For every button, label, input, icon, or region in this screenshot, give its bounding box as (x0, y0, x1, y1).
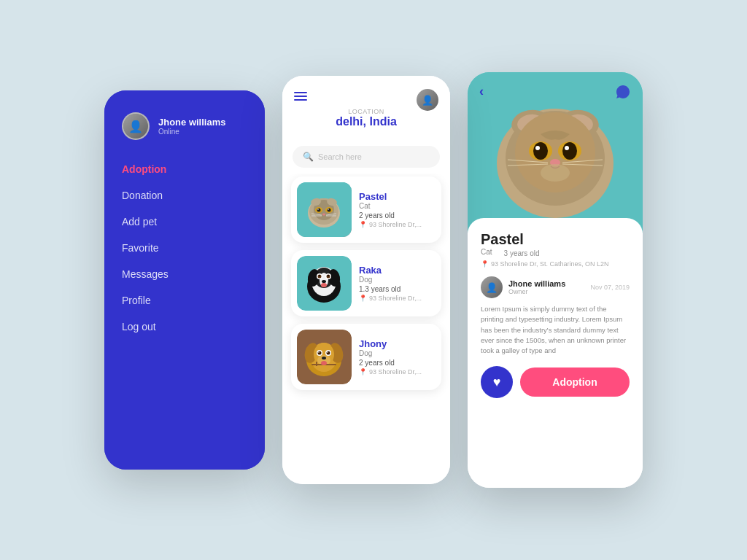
heart-icon: ♥ (493, 375, 501, 390)
sidebar-nav: Adoption Donation Add pet Favorite Messa… (122, 163, 247, 332)
detail-pet-type: Cat (481, 248, 492, 256)
favorite-button[interactable]: ♥ (481, 366, 513, 398)
pets-list: Pastel Cat 2 years old 📍 93 Shoreline Dr… (282, 174, 450, 484)
sidebar-item-adoption[interactable]: Adoption (122, 163, 247, 175)
location-label: Location (306, 108, 427, 115)
avatar-image: 👤 (123, 114, 148, 139)
svg-point-43 (318, 351, 320, 353)
sidebar-item-logout[interactable]: Log out (122, 321, 247, 332)
avatar: 👤 (122, 112, 150, 140)
screens-container: 👤 Jhone williams Online Adoption Donatio… (82, 43, 665, 517)
detail-pet-location: 📍 93 Shoreline Dr, St. Catharines, ON L2… (481, 260, 630, 268)
pet-age-pastel: 2 years old (359, 211, 422, 219)
sidebar-user-name: Jhone williams (158, 117, 225, 128)
pet-info-pastel: Pastel Cat 2 years old 📍 93 Shoreline Dr… (359, 191, 422, 228)
sidebar-user-section: 👤 Jhone williams Online (122, 112, 247, 140)
pet-card-pastel[interactable]: Pastel Cat 2 years old 📍 93 Shoreline Dr… (291, 176, 441, 243)
svg-point-61 (535, 146, 540, 150)
pet-name-jhony: Jhony (359, 338, 422, 349)
pet-image-jhony (297, 330, 352, 384)
menu-icon[interactable] (294, 92, 307, 101)
svg-point-31 (321, 283, 327, 287)
pin-icon: 📍 (481, 260, 489, 268)
adoption-button[interactable]: Adoption (520, 368, 630, 397)
svg-point-9 (328, 209, 331, 212)
list-screen: Location delhi, India 👤 🔍 Search here (282, 76, 450, 484)
search-bar[interactable]: 🔍 Search here (293, 146, 440, 168)
detail-pet-age: 3 years old (504, 249, 540, 257)
pet-name-raka: Raka (359, 265, 422, 276)
detail-actions: ♥ Adoption (481, 366, 630, 398)
svg-point-48 (321, 361, 327, 365)
svg-point-41 (318, 351, 322, 355)
sidebar-user-info: Jhone williams Online (158, 117, 225, 136)
pet-card-raka[interactable]: Raka Dog 1.3 years old 📍 93 Shoreline Dr… (291, 250, 441, 316)
svg-point-60 (562, 142, 577, 160)
svg-point-42 (327, 351, 330, 355)
svg-point-29 (328, 275, 329, 276)
detail-pet-header: Pastel Cat 3 years old (481, 231, 630, 259)
owner-date: Nov 07, 2019 (590, 284, 630, 291)
svg-point-12 (322, 214, 325, 216)
owner-name: Jhone williams (508, 279, 565, 288)
pet-card-jhony[interactable]: Jhony Dog 2 years old 📍 93 Shoreline Dr,… (291, 324, 441, 390)
detail-hero: ‹ (468, 72, 643, 233)
phone-sidebar: 👤 Jhone williams Online Adoption Donatio… (104, 90, 265, 470)
pet-type-pastel: Cat (359, 202, 422, 210)
sidebar-item-profile[interactable]: Profile (122, 295, 247, 306)
pin-icon: 📍 (359, 368, 367, 376)
detail-pet-name: Pastel (481, 231, 539, 248)
pet-image-pastel (297, 182, 352, 237)
pet-image-raka (297, 256, 352, 311)
detail-description: Lorem Ipsum is simply dummy text of the … (481, 304, 630, 356)
location-city: delhi, India (306, 115, 427, 128)
sidebar-item-favorite[interactable]: Favorite (122, 242, 247, 254)
sidebar-item-add-pet[interactable]: Add pet (122, 216, 247, 228)
detail-info-card: Pastel Cat 3 years old 📍 93 Shoreline Dr… (468, 218, 643, 488)
sidebar-item-messages[interactable]: Messages (122, 268, 247, 280)
search-icon: 🔍 (303, 152, 314, 162)
pet-type-raka: Dog (359, 276, 422, 284)
sidebar-item-donation[interactable]: Donation (122, 190, 247, 201)
pet-info-jhony: Jhony Dog 2 years old 📍 93 Shoreline Dr,… (359, 338, 422, 376)
pet-name-pastel: Pastel (359, 191, 422, 202)
svg-point-62 (565, 146, 569, 150)
svg-point-8 (317, 209, 321, 212)
svg-point-11 (328, 209, 329, 210)
pet-age-raka: 1.3 years old (359, 285, 422, 293)
pet-location-raka: 📍 93 Shoreline Dr,... (359, 295, 422, 302)
phone-list: Location delhi, India 👤 🔍 Search here (282, 76, 450, 484)
pin-icon: 📍 (359, 295, 367, 302)
pet-info-raka: Raka Dog 1.3 years old 📍 93 Shoreline Dr… (359, 265, 422, 302)
svg-point-44 (327, 351, 328, 353)
owner-info: Jhone williams Owner (508, 279, 565, 295)
pet-location-jhony: 📍 93 Shoreline Dr,... (359, 368, 422, 376)
svg-point-45 (322, 357, 326, 359)
detail-pet-name-age-block: Pastel Cat 3 years old (481, 231, 539, 259)
svg-point-59 (533, 142, 548, 160)
pet-location-pastel: 📍 93 Shoreline Dr,... (359, 221, 422, 228)
owner-role: Owner (508, 288, 565, 295)
back-button[interactable]: ‹ (479, 84, 484, 99)
svg-point-68 (541, 164, 570, 182)
header-avatar[interactable]: 👤 (417, 89, 438, 111)
svg-point-10 (317, 209, 319, 210)
chat-icon[interactable] (615, 84, 631, 103)
svg-point-30 (322, 280, 326, 283)
phone-detail: ‹ (468, 72, 643, 488)
sidebar-user-status: Online (158, 128, 225, 136)
pet-type-jhony: Dog (359, 349, 422, 357)
pet-age-jhony: 2 years old (359, 359, 422, 367)
detail-owner-section: 👤 Jhone williams Owner Nov 07, 2019 (481, 276, 630, 298)
svg-point-28 (319, 275, 320, 276)
pin-icon: 📍 (359, 221, 367, 228)
search-placeholder: Search here (318, 152, 362, 161)
owner-avatar: 👤 (481, 276, 503, 298)
sidebar: 👤 Jhone williams Online Adoption Donatio… (104, 90, 265, 470)
